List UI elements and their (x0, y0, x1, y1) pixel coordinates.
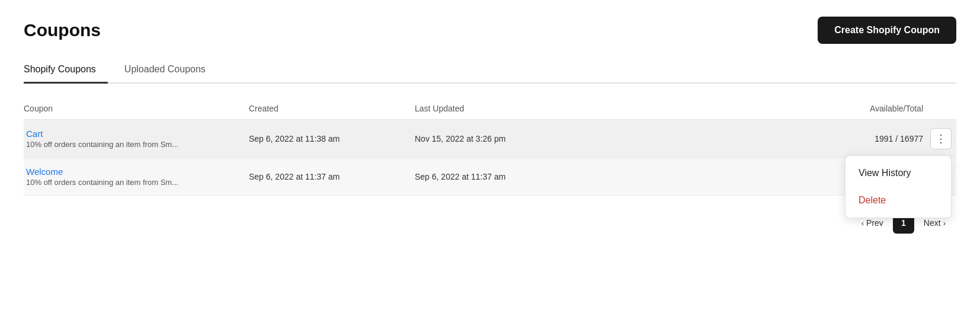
tab-uploaded-coupons[interactable]: Uploaded Coupons (124, 58, 217, 84)
coupon-name-2[interactable]: Welcome (26, 167, 249, 177)
available-text-1: 1991 / 16977 (875, 134, 923, 143)
cell-coupon-1: Cart 10% off orders containing an item f… (24, 129, 249, 149)
dropdown-menu-1: View History Delete (845, 155, 952, 218)
table-section: Coupon Created Last Updated Available/To… (24, 98, 956, 196)
coupon-name-1[interactable]: Cart (26, 129, 249, 139)
tabs-row: Shopify Coupons Uploaded Coupons (24, 58, 956, 84)
table-row: Cart 10% off orders containing an item f… (24, 120, 956, 158)
coupon-desc-2: 10% off orders containing an item from S… (26, 178, 249, 187)
page-wrapper: Coupons Create Shopify Coupon Shopify Co… (0, 0, 980, 332)
cell-coupon-2: Welcome 10% off orders containing an ite… (24, 167, 249, 187)
table-row: Welcome 10% off orders containing an ite… (24, 158, 956, 196)
cell-updated-1: Nov 15, 2022 at 3:26 pm (415, 134, 581, 143)
cell-created-2: Sep 6, 2022 at 11:37 am (249, 172, 415, 181)
delete-item[interactable]: Delete (846, 187, 951, 214)
page-title: Coupons (24, 20, 101, 40)
col-header-created: Created (249, 104, 415, 113)
table-header: Coupon Created Last Updated Available/To… (24, 98, 956, 120)
col-header-coupon: Coupon (24, 104, 249, 113)
tab-shopify-coupons[interactable]: Shopify Coupons (24, 58, 108, 84)
coupon-desc-1: 10% off orders containing an item from S… (26, 140, 249, 149)
header-row: Coupons Create Shopify Coupon (24, 17, 956, 44)
view-history-item[interactable]: View History (846, 159, 951, 187)
chevron-left-icon: ‹ (861, 219, 864, 228)
col-header-available-total: Available/Total (581, 104, 956, 113)
available-cell-1: 1991 / 16977 ⋮ (581, 128, 956, 149)
pagination: ‹ Prev 1 Next › (24, 212, 956, 234)
create-shopify-coupon-button[interactable]: Create Shopify Coupon (818, 17, 956, 44)
col-header-last-updated: Last Updated (415, 104, 581, 113)
cell-created-1: Sep 6, 2022 at 11:38 am (249, 134, 415, 143)
cell-updated-2: Sep 6, 2022 at 11:37 am (415, 172, 581, 181)
chevron-right-icon: › (943, 219, 946, 228)
row-menu-button-1[interactable]: ⋮ (930, 128, 952, 149)
